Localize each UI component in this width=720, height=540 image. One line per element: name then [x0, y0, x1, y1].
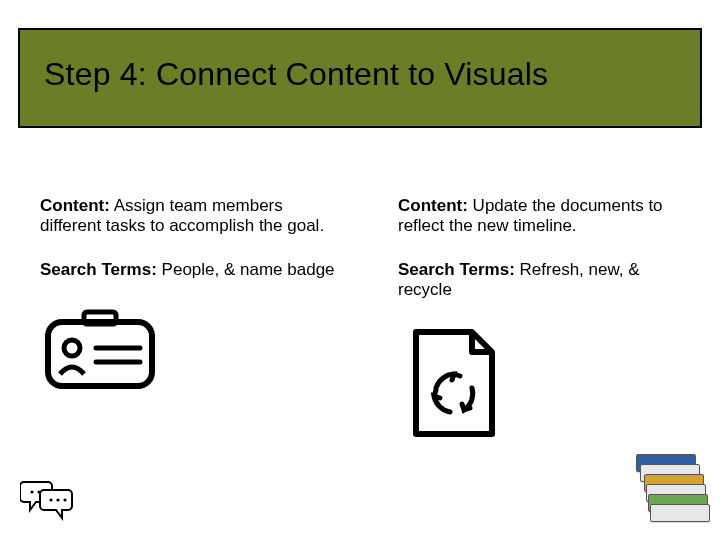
- svg-point-5: [30, 490, 33, 493]
- slide-title: Step 4: Connect Content to Visuals: [44, 56, 548, 93]
- left-content-para: Content: Assign team members different t…: [40, 196, 340, 236]
- svg-point-2: [64, 340, 80, 356]
- left-search-label: Search Terms:: [40, 260, 157, 279]
- right-content-para: Content: Update the documents to reflect…: [398, 196, 698, 236]
- document-recycle-icon: [398, 324, 698, 448]
- svg-point-9: [63, 498, 66, 501]
- name-badge-icon: [40, 304, 340, 398]
- left-search-text: People, & name badge: [157, 260, 335, 279]
- svg-rect-1: [84, 312, 116, 324]
- svg-point-8: [56, 498, 59, 501]
- left-column: Content: Assign team members different t…: [40, 196, 340, 398]
- left-search-para: Search Terms: People, & name badge: [40, 260, 340, 280]
- right-content-label: Content:: [398, 196, 468, 215]
- right-column: Content: Update the documents to reflect…: [398, 196, 698, 448]
- right-search-para: Search Terms: Refresh, new, & recycle: [398, 260, 698, 300]
- svg-point-7: [49, 498, 52, 501]
- stacked-cards-decoration: [636, 454, 710, 526]
- right-search-label: Search Terms:: [398, 260, 515, 279]
- left-content-label: Content:: [40, 196, 110, 215]
- chat-bubbles-icon: [20, 478, 76, 526]
